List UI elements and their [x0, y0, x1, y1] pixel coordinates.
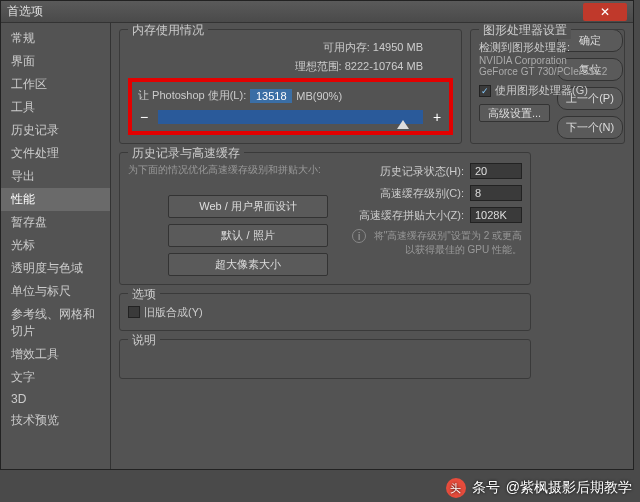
ideal-label: 理想范围: — [295, 60, 342, 72]
titlebar: 首选项 ✕ — [1, 1, 633, 23]
watermark: 头 条号 @紫枫摄影后期教学 — [446, 478, 632, 498]
available-label: 可用内存: — [323, 41, 370, 53]
plus-icon[interactable]: + — [431, 109, 443, 125]
sidebar-item-12[interactable]: 参考线、网格和切片 — [1, 303, 110, 343]
history-group: 历史记录与高速缓存 历史记录状态(H): 高速缓存级别(C): 高速缓存拼贴大小… — [119, 152, 531, 285]
sidebar-item-4[interactable]: 历史记录 — [1, 119, 110, 142]
memory-legend: 内存使用情况 — [128, 23, 208, 39]
watermark-author: @紫枫摄影后期教学 — [506, 479, 632, 497]
options-legend: 选项 — [128, 286, 160, 303]
memory-group: 内存使用情况 可用内存: 14950 MB 理想范围: 8222-10764 M… — [119, 29, 462, 144]
sidebar-item-9[interactable]: 光标 — [1, 234, 110, 257]
memory-input[interactable] — [250, 89, 292, 103]
memory-highlight: 让 Photoshop 使用(L): MB(90%) − + — [128, 78, 453, 135]
slider-thumb[interactable] — [397, 120, 409, 129]
states-select[interactable] — [470, 163, 522, 179]
description-group: 说明 — [119, 339, 531, 379]
checkbox-icon — [128, 306, 140, 318]
legacy-label: 旧版合成(Y) — [144, 305, 203, 320]
options-group: 选项 旧版合成(Y) — [119, 293, 531, 331]
legacy-checkbox[interactable]: 旧版合成(Y) — [128, 305, 203, 320]
checkbox-icon: ✓ — [479, 85, 491, 97]
sidebar-item-1[interactable]: 界面 — [1, 50, 110, 73]
sidebar-item-8[interactable]: 暂存盘 — [1, 211, 110, 234]
sidebar-item-10[interactable]: 透明度与色域 — [1, 257, 110, 280]
sidebar-item-6[interactable]: 导出 — [1, 165, 110, 188]
tile-label: 高速缓存拼贴大小(Z): — [359, 208, 464, 223]
gpu-group: 图形处理器设置 检测到图形处理器: NVIDIA Corporation GeF… — [470, 29, 625, 144]
use-gpu-checkbox[interactable]: ✓ 使用图形处理器(G) — [479, 83, 588, 98]
close-button[interactable]: ✕ — [583, 3, 627, 21]
watermark-suffix: 条号 — [472, 479, 500, 497]
gpu-legend: 图形处理器设置 — [479, 23, 571, 39]
watermark-icon: 头 — [446, 478, 466, 498]
sidebar-item-13[interactable]: 增效工具 — [1, 343, 110, 366]
history-hint: 将"高速缓存级别"设置为 2 或更高以获得最佳的 GPU 性能。 — [372, 229, 522, 257]
preset-button-2[interactable]: 超大像素大小 — [168, 253, 328, 276]
gpu-detected-label: 检测到图形处理器: — [479, 40, 616, 55]
cache-label: 高速缓存级别(C): — [380, 186, 464, 201]
sidebar-item-5[interactable]: 文件处理 — [1, 142, 110, 165]
preset-button-0[interactable]: Web / 用户界面设计 — [168, 195, 328, 218]
sidebar-item-15[interactable]: 3D — [1, 389, 110, 409]
sidebar: 常规界面工作区工具历史记录文件处理导出性能暂存盘光标透明度与色域单位与标尺参考线… — [1, 23, 111, 469]
sidebar-item-14[interactable]: 文字 — [1, 366, 110, 389]
sidebar-item-7[interactable]: 性能 — [1, 188, 110, 211]
sidebar-item-0[interactable]: 常规 — [1, 27, 110, 50]
sidebar-item-3[interactable]: 工具 — [1, 96, 110, 119]
states-label: 历史记录状态(H): — [380, 164, 464, 179]
tile-select[interactable] — [470, 207, 522, 223]
main-panel: 确定 复位 上一个(P) 下一个(N) 内存使用情况 可用内存: 14950 M… — [111, 23, 633, 469]
available-value: 14950 MB — [373, 41, 423, 53]
gpu-advanced-button[interactable]: 高级设置... — [479, 104, 550, 122]
gpu-info: NVIDIA Corporation GeForce GT 730/PCIe/S… — [479, 55, 616, 77]
ideal-value: 8222-10764 MB — [345, 60, 423, 72]
description-legend: 说明 — [128, 332, 160, 349]
cache-select[interactable] — [470, 185, 522, 201]
memory-slider[interactable]: − + — [138, 109, 443, 125]
history-legend: 历史记录与高速缓存 — [128, 145, 244, 162]
sidebar-item-11[interactable]: 单位与标尺 — [1, 280, 110, 303]
sidebar-item-2[interactable]: 工作区 — [1, 73, 110, 96]
info-icon: i — [352, 229, 366, 243]
sidebar-item-16[interactable]: 技术预览 — [1, 409, 110, 432]
use-gpu-label: 使用图形处理器(G) — [495, 83, 588, 98]
gpu-model: GeForce GT 730/PCIe/SSE2 — [479, 66, 616, 77]
preset-button-1[interactable]: 默认 / 照片 — [168, 224, 328, 247]
slider-track[interactable] — [158, 110, 423, 124]
preferences-window: 首选项 ✕ 常规界面工作区工具历史记录文件处理导出性能暂存盘光标透明度与色域单位… — [0, 0, 634, 470]
memory-unit: MB(90%) — [296, 90, 342, 102]
let-label: 让 Photoshop 使用(L): — [138, 88, 246, 103]
window-title: 首选项 — [7, 3, 583, 20]
minus-icon[interactable]: − — [138, 109, 150, 125]
gpu-vendor: NVIDIA Corporation — [479, 55, 616, 66]
